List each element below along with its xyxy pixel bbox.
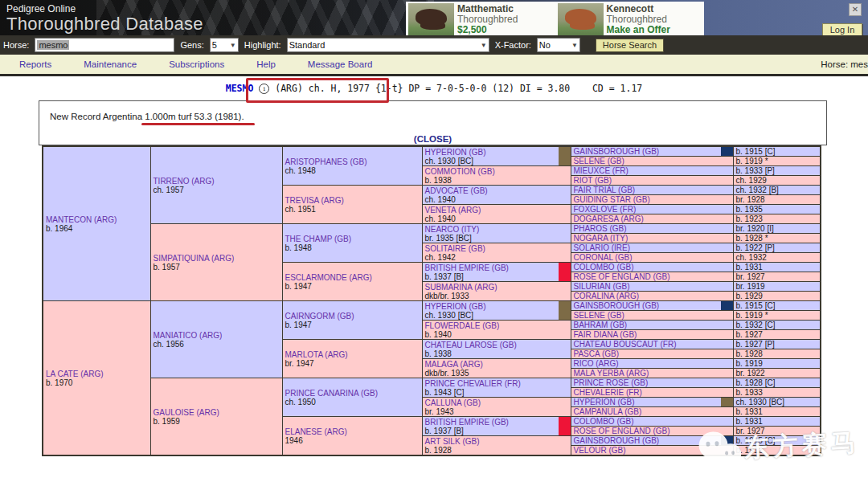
xfactor-select[interactable]: No ▼ [537, 38, 580, 52]
horse-link[interactable]: COLOMBO (GB) [574, 417, 634, 426]
horse-link[interactable]: MALAGA (ARG) [425, 360, 483, 369]
horse-link[interactable]: MANTECON (ARG) [46, 215, 117, 224]
gens-label: Gens: [180, 40, 203, 50]
ad-listing[interactable]: Matthematic Thoroughbred $2,500 [406, 2, 555, 37]
horse-link[interactable]: MANIATICO (ARG) [154, 331, 223, 340]
close-icon[interactable]: ✕ [849, 3, 862, 16]
horse-link[interactable]: SILURIAN (GB) [574, 282, 630, 291]
horse-link[interactable]: MALA YERBA (ARG) [574, 369, 649, 378]
pedigree-cell: GAINSBOROUGH (GB) [571, 146, 733, 157]
horse-link[interactable]: NOGARA (ITY) [574, 234, 628, 243]
horse-link[interactable]: SOLITAIRE (GB) [425, 244, 485, 253]
horse-link[interactable]: PHAROS (GB) [574, 224, 627, 233]
horse-link[interactable]: HYPERION (GB) [574, 398, 635, 406]
horse-link[interactable]: PRINCE ROSE (GB) [574, 378, 649, 387]
highlight-select[interactable]: Standard ▼ [287, 38, 489, 52]
horse-link[interactable]: GAINSBOROUGH (GB) [574, 301, 660, 310]
horse-link[interactable]: BRITISH EMPIRE (GB) [425, 263, 509, 272]
pedigree-year-cell: b. 1919 [733, 359, 821, 369]
horse-link[interactable]: CALLUNA (GB) [425, 398, 481, 407]
horse-link[interactable]: ESCLARMONDE (ARG) [285, 273, 372, 282]
nav-item-subscriptions[interactable]: Subscriptions [169, 59, 224, 69]
info-icon[interactable]: i [259, 84, 269, 94]
horse-link[interactable]: SELENE (GB) [574, 311, 624, 320]
horse-info: b. 1959 [154, 417, 280, 426]
horse-link[interactable]: PASCA (GB) [574, 349, 620, 358]
horse-link[interactable]: SOLARIO (IRE) [574, 243, 631, 252]
ad-listing[interactable]: Kennecott Thoroughbred Make an Offer [555, 2, 705, 37]
gens-select[interactable]: 5 ▼ [210, 38, 239, 52]
horse-link[interactable]: GUIDING STAR (GB) [574, 195, 650, 204]
horse-link[interactable]: ROSE OF ENGLAND (GB) [574, 272, 670, 281]
xfactor-label: X-Factor: [495, 40, 531, 50]
pedigree-year-cell: b. 1915 [C] [733, 436, 821, 446]
horse-link[interactable]: CHEVALERIE (FR) [574, 388, 642, 397]
horse-link[interactable]: RIOT (GB) [574, 176, 612, 185]
pedigree-year-cell: b. 1927 [P] [733, 340, 821, 349]
pedigree-cell: ADVOCATE (GB)ch. 1940 [422, 186, 571, 205]
pedigree-year-cell: b. 1927 [733, 330, 821, 340]
pedigree-cell: CHATEAU BOUSCAUT (FR) [571, 340, 733, 349]
horse-link[interactable]: GAULOISE (ARG) [154, 408, 219, 417]
horse-link[interactable]: ART SILK (GB) [425, 437, 480, 446]
horse-link[interactable]: CAIRNGORM (GB) [285, 312, 354, 321]
horse-link[interactable]: BRITISH EMPIRE (GB) [425, 418, 509, 427]
horse-link[interactable]: CORONAL (GB) [574, 253, 633, 262]
horse-year: b. 1927 [736, 330, 763, 339]
nav-item-maintenance[interactable]: Maintenance [84, 59, 137, 69]
horse-link[interactable]: HYPERION (GB) [425, 302, 486, 311]
horse-link[interactable]: SUBMARINA (ARG) [425, 283, 497, 292]
horse-year: br. 1927 [736, 272, 765, 281]
pedigree-cell: MIEUXCE (FR) [571, 166, 733, 176]
horse-link[interactable]: COLOMBO (GB) [574, 263, 634, 272]
horse-link[interactable]: SELENE (GB) [574, 157, 624, 165]
nav-item-reports[interactable]: Reports [19, 59, 51, 69]
horse-link[interactable]: FLOWERDALE (GB) [425, 321, 500, 330]
horse-link[interactable]: PRINCE CHEVALIER (FR) [425, 379, 521, 388]
pedigree-cell: SIMPATIQUINA (ARG)b. 1957 [150, 224, 282, 301]
horse-link[interactable]: CHATEAU LAROSE (GB) [425, 341, 517, 349]
horse-link[interactable]: VELOUR (GB) [574, 446, 626, 455]
horse-link[interactable]: FAIR DIANA (GB) [574, 330, 637, 339]
horse-link[interactable]: MIEUXCE (FR) [574, 166, 628, 175]
horse-link[interactable]: NEARCO (ITY) [425, 225, 480, 234]
horse-link[interactable]: BAHRAM (GB) [574, 321, 628, 329]
horse-link[interactable]: CHATEAU BOUSCAUT (FR) [574, 340, 677, 349]
horse-link[interactable]: THE CHAMP (GB) [285, 235, 352, 243]
highlight-select-value: Standard [289, 40, 326, 50]
horse-link[interactable]: FOXGLOVE (FR) [574, 205, 637, 214]
close-link[interactable]: (CLOSE) [39, 134, 826, 144]
pedigree-year-cell: b. 1919 * [733, 311, 821, 321]
horse-link[interactable]: CAMPANULA (GB) [574, 407, 642, 416]
horse-link[interactable]: PRINCE CANARINA (GB) [285, 389, 379, 398]
horse-link[interactable]: LA CATE (ARG) [46, 370, 104, 378]
horse-photo-thumbnail [408, 3, 454, 35]
horse-input-value: mesmo [37, 40, 69, 50]
horse-link[interactable]: ARISTOPHANES (GB) [285, 157, 367, 166]
pedigree-cell: RIOT (GB) [571, 176, 733, 186]
horse-link[interactable]: VENETA (ARG) [425, 206, 481, 214]
horse-link[interactable]: TREVISA (ARG) [285, 196, 344, 205]
horse-link[interactable]: ADVOCATE (GB) [425, 186, 488, 195]
horse-link[interactable]: CORALINA (ARG) [574, 292, 640, 300]
pedigree-cell: GAINSBOROUGH (GB) [571, 436, 733, 446]
horse-input[interactable]: mesmo [35, 38, 174, 52]
horse-link[interactable]: DOGARESA (ARG) [574, 214, 644, 223]
horse-search-button[interactable]: Horse Search [596, 39, 664, 52]
horse-link[interactable]: TIRRENO (ARG) [154, 177, 215, 186]
horse-link[interactable]: SIMPATIQUINA (ARG) [154, 254, 235, 263]
horse-link[interactable]: FAIR TRIAL (GB) [574, 186, 636, 194]
nav-item-message-board[interactable]: Message Board [308, 59, 373, 69]
race-record-box: New Record Argentina 1.000m turf 53.3 (1… [39, 100, 827, 145]
horse-link[interactable]: HYPERION (GB) [425, 148, 486, 157]
horse-link[interactable]: GAINSBOROUGH (GB) [574, 147, 660, 156]
nav-item-help[interactable]: Help [256, 59, 276, 69]
horse-link[interactable]: ROSE OF ENGLAND (GB) [574, 427, 670, 435]
horse-year: b. 1922 [P] [736, 243, 775, 252]
horse-link[interactable]: MARLOTA (ARG) [285, 350, 348, 359]
horse-link[interactable]: GAINSBOROUGH (GB) [574, 436, 660, 445]
horse-link[interactable]: ELANESE (ARG) [285, 427, 347, 436]
horse-link[interactable]: RICO (ARG) [574, 359, 619, 368]
pedigree-year-cell: br. 1928 [733, 195, 821, 205]
horse-link[interactable]: COMMOTION (GB) [425, 167, 495, 176]
